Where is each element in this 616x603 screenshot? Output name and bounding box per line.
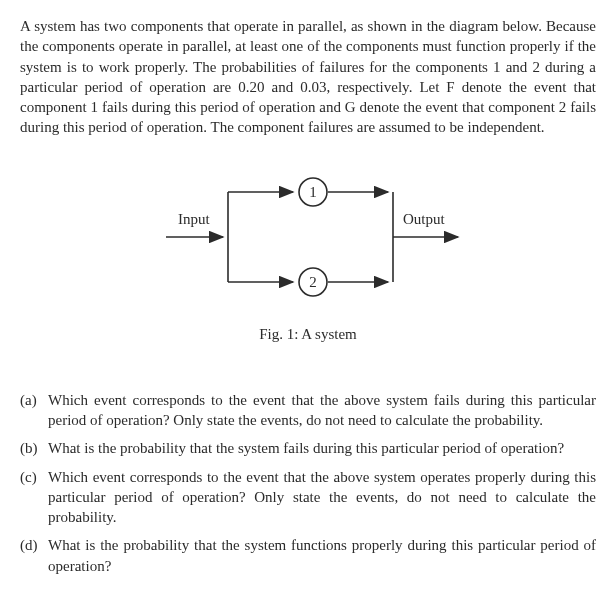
question-b: (b) What is the probability that the sys… (20, 438, 596, 458)
input-label: Input (178, 211, 210, 227)
question-list: (a) Which event corresponds to the event… (20, 390, 596, 576)
system-diagram: Input 1 2 Output (148, 162, 468, 312)
node-2-label: 2 (309, 274, 317, 290)
question-label: (b) (20, 438, 48, 458)
question-text: Which event corresponds to the event tha… (48, 390, 596, 431)
question-text: Which event corresponds to the event tha… (48, 467, 596, 528)
problem-statement: A system has two components that operate… (20, 16, 596, 138)
question-label: (d) (20, 535, 48, 576)
question-label: (a) (20, 390, 48, 431)
question-text: What is the probability that the system … (48, 535, 596, 576)
question-d: (d) What is the probability that the sys… (20, 535, 596, 576)
question-label: (c) (20, 467, 48, 528)
question-c: (c) Which event corresponds to the event… (20, 467, 596, 528)
node-1-label: 1 (309, 184, 317, 200)
question-a: (a) Which event corresponds to the event… (20, 390, 596, 431)
figure-caption: Fig. 1: A system (20, 324, 596, 344)
system-figure: Input 1 2 Output Fig. 1: A system (20, 162, 596, 344)
output-label: Output (403, 211, 446, 227)
question-text: What is the probability that the system … (48, 438, 596, 458)
